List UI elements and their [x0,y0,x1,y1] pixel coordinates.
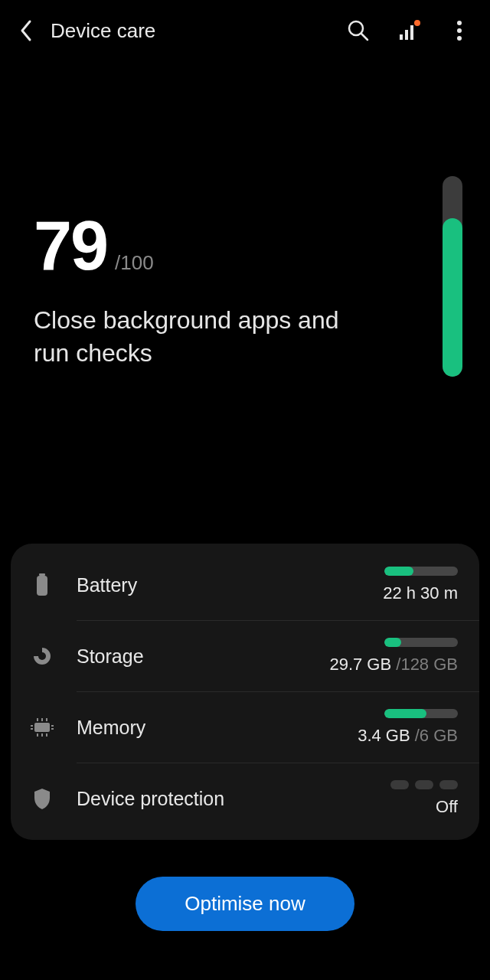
svg-rect-14 [31,728,33,730]
chevron-left-icon [18,19,34,42]
svg-rect-17 [37,718,38,721]
row-battery-label: Battery [77,574,383,596]
storage-icon [29,643,55,669]
svg-point-5 [414,20,420,26]
more-vertical-icon [456,20,462,41]
memory-bar [384,709,458,718]
svg-point-6 [457,21,462,25]
score-bar [443,176,462,377]
svg-rect-9 [39,573,45,576]
row-memory[interactable]: Memory 3.4 GB /6 GB [11,692,479,763]
top-actions [346,18,472,43]
row-storage-label: Storage [77,645,329,668]
row-battery[interactable]: Battery 22 h 30 m [11,550,479,620]
battery-value: 22 h 30 m [383,583,458,603]
score-value: 79 [34,207,107,286]
svg-line-1 [361,34,368,40]
row-memory-label: Memory [77,717,358,739]
score-line: 79 /100 [34,207,456,286]
row-storage[interactable]: Storage 29.7 GB /128 GB [11,621,479,691]
svg-rect-4 [410,25,413,40]
svg-rect-12 [34,723,50,732]
battery-icon [29,572,55,598]
svg-rect-3 [405,30,408,40]
svg-point-11 [38,652,46,660]
page-title: Device care [51,19,346,43]
svg-rect-15 [51,725,54,727]
search-button[interactable] [346,18,371,43]
detail-card: Battery 22 h 30 m Storage 29.7 GB /128 G… [11,544,479,840]
svg-rect-20 [37,733,38,737]
signal-status [397,18,421,43]
top-bar: Device care [0,0,490,61]
score-bar-fill [443,218,462,377]
more-button[interactable] [447,18,472,43]
svg-point-7 [457,28,462,33]
security-status: Off [436,797,458,817]
svg-point-8 [457,36,462,41]
score-advice: Close background apps and run checks [34,304,355,370]
optimise-button[interactable]: Optimise now [136,877,354,931]
cta-wrap: Optimise now [0,877,490,931]
svg-rect-18 [41,718,43,721]
svg-rect-16 [51,728,54,730]
svg-rect-22 [46,733,47,737]
row-security-label: Device protection [77,788,390,810]
battery-bar [384,567,458,576]
svg-rect-21 [41,733,43,737]
score-max: /100 [115,251,154,275]
memory-value: 3.4 GB /6 GB [358,726,458,746]
svg-rect-13 [31,725,33,727]
signal-icon [397,19,420,42]
back-button[interactable] [14,18,38,43]
score-section: 79 /100 Close background apps and run ch… [0,207,490,452]
svg-rect-19 [46,718,47,721]
search-icon [347,19,370,42]
storage-bar [384,638,458,647]
shield-icon [29,786,55,812]
security-dots [390,780,458,789]
svg-rect-2 [400,34,403,40]
memory-icon [29,714,55,740]
storage-value: 29.7 GB /128 GB [329,655,458,675]
svg-rect-10 [37,576,47,596]
row-security[interactable]: Device protection Off [11,763,479,834]
